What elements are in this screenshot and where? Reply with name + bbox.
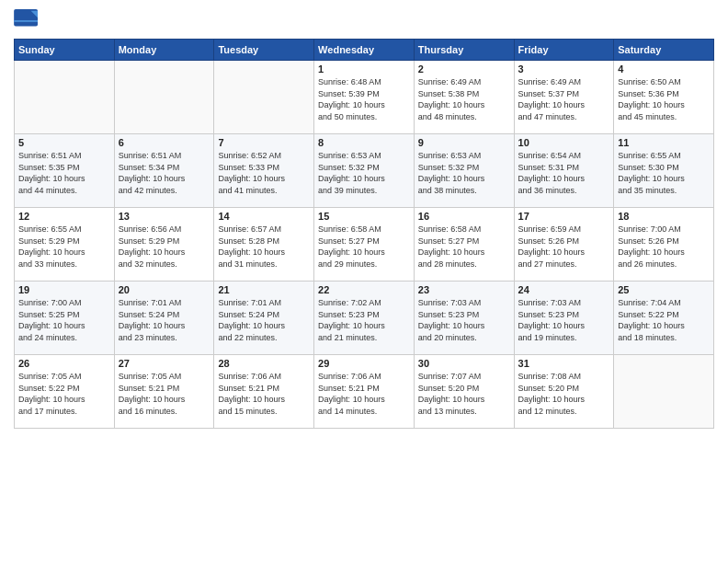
header-cell-friday: Friday [514,40,614,61]
day-info: Sunrise: 7:00 AM Sunset: 5:25 PM Dayligh… [18,297,110,343]
calendar-cell: 7Sunrise: 6:52 AM Sunset: 5:33 PM Daylig… [214,134,314,208]
day-info: Sunrise: 6:53 AM Sunset: 5:32 PM Dayligh… [318,150,410,196]
calendar-cell: 2Sunrise: 6:49 AM Sunset: 5:38 PM Daylig… [414,61,514,134]
calendar-row-2: 12Sunrise: 6:55 AM Sunset: 5:29 PM Dayli… [15,208,714,282]
day-number: 12 [18,211,110,222]
calendar-cell: 15Sunrise: 6:58 AM Sunset: 5:27 PM Dayli… [314,208,415,282]
header-row: SundayMondayTuesdayWednesdayThursdayFrid… [15,40,714,61]
header-cell-monday: Monday [114,40,214,61]
day-info: Sunrise: 6:55 AM Sunset: 5:29 PM Dayligh… [18,224,110,270]
calendar-cell: 30Sunrise: 7:07 AM Sunset: 5:20 PM Dayli… [414,355,514,429]
day-number: 1 [318,63,410,75]
calendar-cell: 26Sunrise: 7:05 AM Sunset: 5:22 PM Dayli… [15,355,115,429]
calendar-table: SundayMondayTuesdayWednesdayThursdayFrid… [14,39,714,429]
day-info: Sunrise: 7:02 AM Sunset: 5:23 PM Dayligh… [318,297,410,343]
day-number: 4 [618,63,710,75]
day-number: 17 [518,211,610,222]
calendar-cell: 27Sunrise: 7:05 AM Sunset: 5:21 PM Dayli… [114,355,214,429]
day-number: 9 [418,137,510,148]
day-info: Sunrise: 6:59 AM Sunset: 5:26 PM Dayligh… [518,224,610,270]
day-number: 24 [518,284,610,295]
calendar-cell: 16Sunrise: 6:58 AM Sunset: 5:27 PM Dayli… [414,208,514,282]
day-number: 16 [418,211,510,222]
calendar-cell: 19Sunrise: 7:00 AM Sunset: 5:25 PM Dayli… [15,282,115,355]
day-info: Sunrise: 6:53 AM Sunset: 5:32 PM Dayligh… [418,150,510,196]
day-number: 15 [318,211,410,222]
day-info: Sunrise: 6:51 AM Sunset: 5:35 PM Dayligh… [18,150,110,196]
day-info: Sunrise: 7:01 AM Sunset: 5:24 PM Dayligh… [119,297,210,343]
header-cell-sunday: Sunday [15,40,115,61]
day-number: 26 [18,358,110,369]
day-info: Sunrise: 6:52 AM Sunset: 5:33 PM Dayligh… [218,150,310,196]
day-info: Sunrise: 6:58 AM Sunset: 5:27 PM Dayligh… [318,224,410,270]
calendar-cell [15,61,115,134]
day-info: Sunrise: 7:06 AM Sunset: 5:21 PM Dayligh… [218,371,310,417]
calendar-row-0: 1Sunrise: 6:48 AM Sunset: 5:39 PM Daylig… [15,61,714,134]
day-info: Sunrise: 7:05 AM Sunset: 5:22 PM Dayligh… [18,371,110,417]
header-cell-tuesday: Tuesday [214,40,314,61]
day-number: 14 [218,211,310,222]
day-info: Sunrise: 7:04 AM Sunset: 5:22 PM Dayligh… [618,297,710,343]
day-info: Sunrise: 7:05 AM Sunset: 5:21 PM Dayligh… [119,371,210,417]
day-info: Sunrise: 7:03 AM Sunset: 5:23 PM Dayligh… [418,297,510,343]
calendar-header: SundayMondayTuesdayWednesdayThursdayFrid… [15,40,714,61]
day-info: Sunrise: 7:08 AM Sunset: 5:20 PM Dayligh… [518,371,610,417]
day-number: 25 [618,284,710,295]
calendar-row-1: 5Sunrise: 6:51 AM Sunset: 5:35 PM Daylig… [15,134,714,208]
day-info: Sunrise: 6:56 AM Sunset: 5:29 PM Dayligh… [119,224,210,270]
calendar-cell: 1Sunrise: 6:48 AM Sunset: 5:39 PM Daylig… [314,61,415,134]
day-info: Sunrise: 6:50 AM Sunset: 5:36 PM Dayligh… [618,76,710,122]
day-info: Sunrise: 7:06 AM Sunset: 5:21 PM Dayligh… [318,371,410,417]
day-number: 18 [618,211,710,222]
day-number: 2 [418,63,510,75]
header-cell-thursday: Thursday [414,40,514,61]
day-info: Sunrise: 6:49 AM Sunset: 5:37 PM Dayligh… [518,76,610,122]
day-info: Sunrise: 6:49 AM Sunset: 5:38 PM Dayligh… [418,76,510,122]
day-number: 27 [119,358,210,369]
header-cell-wednesday: Wednesday [314,40,415,61]
calendar-cell: 20Sunrise: 7:01 AM Sunset: 5:24 PM Dayli… [114,282,214,355]
day-info: Sunrise: 7:01 AM Sunset: 5:24 PM Dayligh… [218,297,310,343]
calendar-cell: 5Sunrise: 6:51 AM Sunset: 5:35 PM Daylig… [15,134,115,208]
day-number: 22 [318,284,410,295]
calendar-cell: 24Sunrise: 7:03 AM Sunset: 5:23 PM Dayli… [514,282,614,355]
day-info: Sunrise: 7:03 AM Sunset: 5:23 PM Dayligh… [518,297,610,343]
svg-rect-2 [14,20,38,22]
day-number: 29 [318,358,410,369]
day-number: 6 [119,137,210,148]
day-info: Sunrise: 6:57 AM Sunset: 5:28 PM Dayligh… [218,224,310,270]
calendar-body: 1Sunrise: 6:48 AM Sunset: 5:39 PM Daylig… [15,61,714,429]
calendar-cell: 23Sunrise: 7:03 AM Sunset: 5:23 PM Dayli… [414,282,514,355]
calendar-cell [614,355,714,429]
day-number: 30 [418,358,510,369]
day-info: Sunrise: 7:00 AM Sunset: 5:26 PM Dayligh… [618,224,710,270]
calendar-cell: 14Sunrise: 6:57 AM Sunset: 5:28 PM Dayli… [214,208,314,282]
day-info: Sunrise: 6:54 AM Sunset: 5:31 PM Dayligh… [518,150,610,196]
calendar-cell: 6Sunrise: 6:51 AM Sunset: 5:34 PM Daylig… [114,134,214,208]
calendar-cell: 21Sunrise: 7:01 AM Sunset: 5:24 PM Dayli… [214,282,314,355]
calendar-cell: 17Sunrise: 6:59 AM Sunset: 5:26 PM Dayli… [514,208,614,282]
day-number: 8 [318,137,410,148]
calendar-cell: 28Sunrise: 7:06 AM Sunset: 5:21 PM Dayli… [214,355,314,429]
day-number: 23 [418,284,510,295]
day-info: Sunrise: 6:48 AM Sunset: 5:39 PM Dayligh… [318,76,410,122]
day-number: 19 [18,284,110,295]
calendar-cell: 10Sunrise: 6:54 AM Sunset: 5:31 PM Dayli… [514,134,614,208]
calendar-cell: 12Sunrise: 6:55 AM Sunset: 5:29 PM Dayli… [15,208,115,282]
day-number: 10 [518,137,610,148]
day-number: 11 [618,137,710,148]
day-info: Sunrise: 6:58 AM Sunset: 5:27 PM Dayligh… [418,224,510,270]
calendar-cell: 4Sunrise: 6:50 AM Sunset: 5:36 PM Daylig… [614,61,714,134]
calendar-cell: 22Sunrise: 7:02 AM Sunset: 5:23 PM Dayli… [314,282,415,355]
day-number: 7 [218,137,310,148]
calendar-cell: 31Sunrise: 7:08 AM Sunset: 5:20 PM Dayli… [514,355,614,429]
day-info: Sunrise: 6:51 AM Sunset: 5:34 PM Dayligh… [119,150,210,196]
logo [14,9,43,31]
header [14,9,714,31]
calendar-cell [214,61,314,134]
day-number: 21 [218,284,310,295]
calendar-cell: 13Sunrise: 6:56 AM Sunset: 5:29 PM Dayli… [114,208,214,282]
day-number: 31 [518,358,610,369]
day-number: 28 [218,358,310,369]
calendar-cell: 3Sunrise: 6:49 AM Sunset: 5:37 PM Daylig… [514,61,614,134]
